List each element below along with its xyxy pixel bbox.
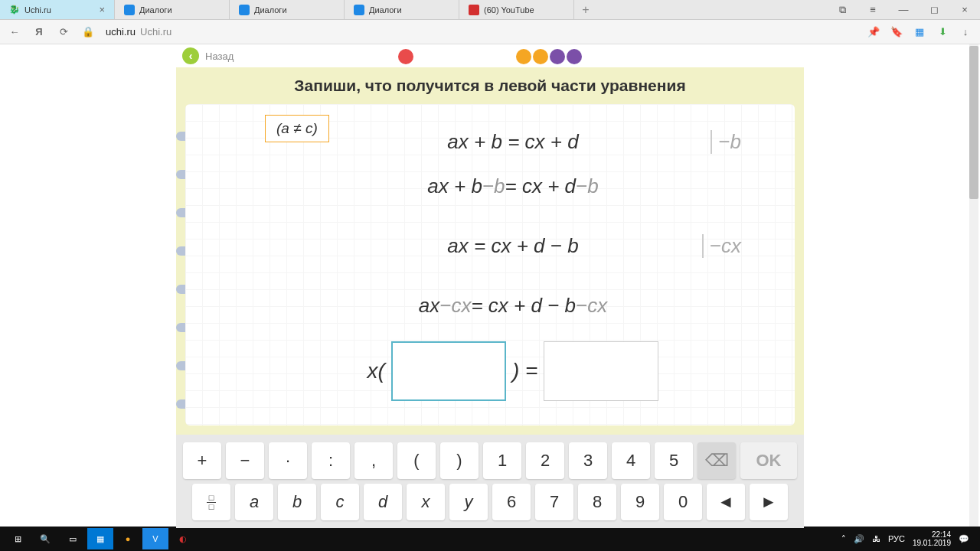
viewport: ‹ Назад Запиши, что получится в левой ча… — [0, 44, 980, 527]
notifications-icon[interactable]: 💬 — [959, 534, 969, 544]
key-x[interactable]: x — [407, 484, 445, 520]
close-button[interactable]: × — [949, 0, 980, 19]
app-icon — [239, 5, 250, 15]
key-8[interactable]: 8 — [578, 484, 616, 520]
tab-label: (60) YouTube — [484, 5, 534, 15]
notebook: (a ≠ c) ax + b = cx + d −b ax + b−b = cx… — [176, 104, 804, 435]
tab-label: Диалоги — [369, 5, 402, 15]
key-d[interactable]: d — [364, 484, 402, 520]
window-controls: ⧉ ≡ — ◻ × — [827, 0, 980, 19]
paren-close-equals: ) = — [512, 359, 537, 383]
key-colon[interactable]: : — [312, 442, 350, 479]
tab-label: Uchi.ru — [24, 5, 51, 15]
network-icon[interactable]: 🖧 — [872, 534, 880, 543]
worksheet: (a ≠ c) ax + b = cx + d −b ax + b−b = cx… — [185, 104, 795, 425]
key-7[interactable]: 7 — [535, 484, 573, 520]
key-3[interactable]: 3 — [569, 442, 607, 479]
menu-icon[interactable]: ≡ — [858, 0, 888, 19]
scrollbar-thumb[interactable] — [969, 46, 978, 199]
lock-icon: 🔒 — [81, 25, 95, 39]
answer-input-left[interactable] — [391, 341, 506, 401]
app-icon — [354, 5, 364, 15]
close-icon[interactable]: × — [99, 4, 105, 15]
sidebar-icon[interactable]: ⧉ — [827, 0, 858, 19]
progress-dot — [516, 49, 531, 64]
key-0[interactable]: 0 — [664, 484, 702, 520]
key-9[interactable]: 9 — [621, 484, 659, 520]
bookmark-icon[interactable]: 🔖 — [890, 25, 903, 39]
browser-tabs: Uchi.ru × Диалоги Диалоги Диалоги (60) Y… — [0, 0, 980, 20]
taskbar-app-1[interactable]: ▦ — [87, 528, 113, 549]
lesson-title: Запиши, что получится в левой части урав… — [176, 77, 804, 95]
clock[interactable]: 22:14 19.01.2019 — [913, 530, 951, 547]
answer-input-right[interactable] — [544, 341, 658, 401]
uchi-icon — [9, 5, 20, 15]
lesson-back-button[interactable]: ‹ — [182, 47, 199, 64]
progress-dot — [398, 49, 413, 64]
extension-icon[interactable]: ▦ — [913, 25, 926, 39]
key-6[interactable]: 6 — [492, 484, 531, 520]
taskbar-app-2[interactable]: ● — [115, 528, 141, 549]
yandex-icon[interactable]: Я — [32, 25, 46, 39]
key-plus[interactable]: + — [183, 442, 221, 479]
key-comma[interactable]: , — [354, 442, 393, 479]
key-1[interactable]: 1 — [483, 442, 521, 479]
key-5[interactable]: 5 — [655, 442, 693, 479]
key-ok[interactable]: OK — [740, 442, 797, 479]
tab-dialogs-2[interactable]: Диалоги — [230, 0, 345, 19]
tab-label: Диалоги — [139, 5, 172, 15]
tab-label: Диалоги — [254, 5, 287, 15]
progress-dot — [567, 49, 582, 64]
key-y[interactable]: y — [449, 484, 488, 520]
key-lparen[interactable]: ( — [397, 442, 436, 479]
key-c[interactable]: c — [321, 484, 359, 520]
equation-4: ax−cx = cx + d − b−cx — [254, 283, 772, 328]
search-icon[interactable]: 🔍 — [32, 528, 58, 549]
title-band: Запиши, что получится в левой части урав… — [176, 67, 804, 104]
taskbar-app-4[interactable]: ◐ — [170, 528, 196, 549]
tab-dialogs-3[interactable]: Диалоги — [345, 0, 459, 19]
key-left[interactable]: ◄ — [707, 484, 745, 520]
tab-dialogs-1[interactable]: Диалоги — [115, 0, 230, 19]
tab-uchi[interactable]: Uchi.ru × — [0, 0, 115, 19]
start-button[interactable]: ⊞ — [5, 528, 31, 549]
minimize-button[interactable]: — — [888, 0, 919, 19]
key-b[interactable]: b — [278, 484, 316, 520]
maximize-button[interactable]: ◻ — [919, 0, 949, 19]
lesson-stage: ‹ Назад Запиши, что получится в левой ча… — [176, 44, 804, 527]
downloads-icon[interactable]: ↓ — [959, 25, 972, 39]
new-tab-button[interactable]: + — [574, 0, 597, 19]
osk-row-2: □□ a b c d x y 6 7 8 9 0 ◄ ► — [192, 484, 788, 520]
progress-dot — [432, 49, 447, 64]
taskbar-app-3[interactable]: V — [142, 528, 168, 549]
taskbar: ⊞ 🔍 ▭ ▦ ● V ◐ ˄ 🔊 🖧 РУС 22:14 19.01.2019… — [0, 527, 980, 551]
key-right[interactable]: ► — [750, 484, 788, 520]
key-minus[interactable]: − — [226, 442, 264, 479]
progress-dot — [499, 49, 514, 64]
language-indicator[interactable]: РУС — [888, 534, 905, 543]
key-4[interactable]: 4 — [612, 442, 650, 479]
progress-dot — [533, 49, 548, 64]
x-paren-open: x( — [368, 359, 385, 383]
key-dot[interactable]: · — [269, 442, 307, 479]
progress-dot — [482, 49, 498, 64]
key-2[interactable]: 2 — [526, 442, 564, 479]
reload-icon[interactable]: ⟳ — [57, 25, 70, 39]
tray-chevron-icon[interactable]: ˄ — [841, 534, 846, 544]
system-tray: ˄ 🔊 🖧 РУС 22:14 19.01.2019 💬 — [841, 530, 975, 547]
back-icon[interactable]: ← — [8, 25, 21, 39]
key-backspace[interactable]: ⌫ — [697, 442, 736, 479]
task-view-icon[interactable]: ▭ — [60, 528, 86, 549]
app-icon — [124, 5, 135, 15]
key-fraction[interactable]: □□ — [192, 484, 230, 520]
download-icon[interactable]: ⬇ — [936, 25, 949, 39]
pin-icon[interactable]: 📌 — [867, 25, 880, 39]
address-text[interactable]: uchi.ru Uchi.ru — [106, 26, 172, 37]
key-rparen[interactable]: ) — [440, 442, 479, 479]
tab-youtube[interactable]: (60) YouTube — [459, 0, 574, 19]
hint-1: −b — [710, 130, 741, 154]
volume-icon[interactable]: 🔊 — [854, 534, 864, 544]
answer-row: x( ) = — [254, 341, 772, 401]
key-a[interactable]: a — [235, 484, 273, 520]
hint-3: −cx — [702, 234, 741, 258]
